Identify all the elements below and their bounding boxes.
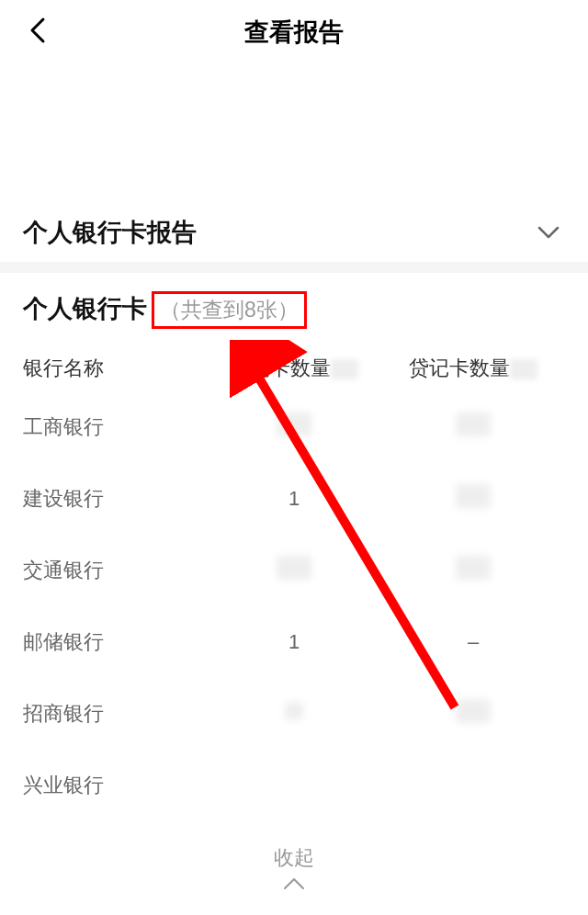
table-row: 建设银行 1: [23, 463, 565, 535]
column-header-credit: 贷记卡数量: [381, 355, 565, 382]
card-count-highlight: （共查到8张）: [152, 291, 307, 329]
bank-name: 邮储银行: [23, 628, 207, 656]
table-row: 邮储银行 1 –: [23, 606, 565, 678]
credit-value: [381, 699, 565, 729]
censored-blur: [456, 484, 491, 508]
censored-blur: [277, 412, 311, 436]
bank-name: 工商银行: [23, 413, 207, 441]
table-row: 兴业银行: [23, 750, 565, 821]
censored-blur: [456, 556, 491, 580]
card-section-title: 个人银行卡 （共查到8张）: [23, 291, 565, 329]
report-section-header[interactable]: 个人银行卡报告: [0, 202, 588, 262]
censored-blur: [510, 359, 537, 379]
credit-value: [381, 412, 565, 442]
section-title: 个人银行卡报告: [23, 216, 197, 249]
credit-value: –: [381, 630, 565, 654]
debit-value: [207, 412, 381, 442]
censored-blur: [277, 556, 311, 580]
credit-value: [381, 556, 565, 585]
bank-name: 兴业银行: [23, 772, 207, 799]
table-row: 工商银行: [23, 391, 565, 463]
censored-blur: [456, 412, 491, 436]
table-row: 交通银行: [23, 535, 565, 606]
bank-name: 交通银行: [23, 557, 207, 584]
credit-value: [381, 484, 565, 514]
censored-blur: [285, 702, 303, 720]
chevron-down-icon: [537, 225, 560, 240]
censored-blur: [456, 699, 491, 723]
bank-name: 招商银行: [23, 700, 207, 728]
debit-value: 1: [207, 630, 381, 654]
debit-value: [207, 556, 381, 585]
chevron-left-icon: [28, 17, 48, 44]
column-header-debit: 借记卡数量: [207, 355, 381, 382]
debit-value: [207, 702, 381, 726]
debit-value: 1: [207, 487, 381, 511]
divider: [0, 262, 588, 273]
column-header-name: 银行名称: [23, 355, 207, 382]
table-header: 银行名称 借记卡数量 贷记卡数量: [23, 355, 565, 391]
collapse-button[interactable]: 收起: [23, 844, 565, 895]
nav-bar: 查看报告: [0, 0, 588, 64]
back-button[interactable]: [28, 17, 48, 48]
bank-name: 建设银行: [23, 485, 207, 513]
page-title: 查看报告: [23, 16, 565, 49]
collapse-label: 收起: [23, 844, 565, 872]
chevron-up-icon: [282, 876, 306, 891]
card-count-text: （共查到8张）: [160, 298, 299, 322]
card-title: 个人银行卡: [23, 292, 147, 325]
table-row: 招商银行: [23, 678, 565, 750]
card-section: 个人银行卡 （共查到8张） 银行名称 借记卡数量 贷记卡数量 工商银行 建设银行…: [0, 273, 588, 895]
censored-blur: [331, 359, 358, 379]
